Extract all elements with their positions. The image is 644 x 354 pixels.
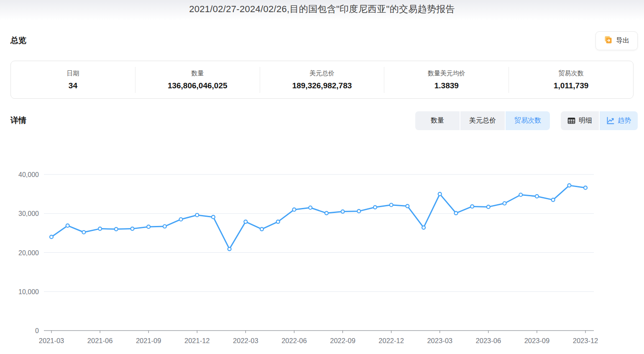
x-axis-label: 2023-09 (524, 337, 550, 344)
x-axis-label: 2023-12 (573, 337, 598, 344)
trend-series-line (51, 185, 585, 249)
data-point (438, 192, 442, 196)
data-point (454, 211, 457, 215)
x-axis-label: 2021-06 (87, 337, 113, 344)
stat-avg-usd-price: 数量美元均价 1.3839 (384, 69, 509, 90)
y-axis-label: 40,000 (18, 171, 39, 178)
stat-value: 1,011,739 (509, 81, 633, 90)
tab-label: 明细 (579, 116, 592, 125)
stat-quantity: 数量 136,806,046,025 (135, 69, 260, 90)
data-point (584, 186, 587, 190)
stat-date: 日期 34 (11, 69, 135, 90)
x-axis-label: 2022-09 (330, 337, 355, 344)
data-point (325, 211, 328, 215)
data-point (228, 247, 231, 251)
stat-value: 1.3839 (384, 81, 509, 90)
data-point (406, 205, 409, 208)
stat-label: 美元总价 (260, 69, 384, 77)
data-point (309, 206, 312, 209)
trend-line-icon (606, 117, 614, 125)
stat-label: 数量美元均价 (384, 69, 509, 77)
export-icon (604, 36, 612, 46)
data-point (519, 193, 522, 196)
table-icon (567, 117, 575, 125)
data-point (66, 224, 69, 227)
data-point (147, 225, 150, 228)
overview-heading: 总览 (10, 35, 26, 46)
tab-label: 贸易次数 (514, 116, 541, 125)
data-point (276, 220, 280, 223)
detail-header-row: 详情 数量 美元总价 贸易次数 (10, 110, 638, 131)
stat-label: 日期 (11, 69, 135, 77)
view-tab-group: 明细 趋势 (561, 111, 638, 130)
stat-value: 34 (11, 81, 135, 90)
stat-usd-total: 美元总价 189,326,982,783 (260, 69, 384, 90)
detail-heading: 详情 (10, 115, 26, 126)
data-point (244, 220, 247, 223)
data-point (130, 227, 134, 231)
data-point (195, 213, 199, 217)
detail-tab-groups: 数量 美元总价 贸易次数 (415, 111, 638, 130)
data-point (98, 227, 102, 231)
trade-trend-report-page: 2021/02/27-2024/02/26,目的国包含"印度尼西亚"的交易趋势报… (0, 0, 644, 354)
tab-trade-count[interactable]: 贸易次数 (506, 111, 550, 130)
tab-label: 趋势 (618, 116, 631, 125)
stat-label: 数量 (135, 69, 260, 77)
data-point (390, 203, 393, 207)
data-point (260, 228, 263, 231)
y-axis-label: 20,000 (18, 249, 39, 257)
data-point (163, 225, 166, 228)
data-point (292, 208, 296, 211)
data-point (567, 184, 571, 187)
export-button-label: 导出 (616, 36, 629, 45)
data-point (179, 218, 183, 221)
x-axis-label: 2021-12 (184, 337, 210, 344)
trend-chart[interactable]: 010,00020,00030,00040,0002021-032021-062… (0, 161, 644, 354)
data-point (470, 205, 474, 208)
x-axis-label: 2022-12 (378, 337, 404, 344)
data-point (357, 210, 360, 213)
data-point (212, 215, 215, 219)
tab-label: 美元总价 (469, 116, 496, 125)
y-axis-label: 30,000 (18, 210, 39, 217)
stat-label: 贸易次数 (509, 69, 633, 77)
tab-detail-list[interactable]: 明细 (561, 111, 599, 130)
page-title: 2021/02/27-2024/02/26,目的国包含"印度尼西亚"的交易趋势报… (0, 3, 644, 15)
export-button[interactable]: 导出 (595, 31, 638, 50)
x-axis-label: 2022-06 (281, 337, 307, 344)
tab-trend[interactable]: 趋势 (600, 111, 638, 130)
x-axis-label: 2023-03 (427, 337, 452, 344)
data-point (50, 235, 53, 239)
x-axis-label: 2023-06 (476, 337, 501, 344)
overview-header-row: 总览 导出 (10, 31, 638, 51)
stat-value: 189,326,982,783 (260, 81, 384, 90)
y-axis-label: 0 (35, 327, 39, 334)
data-point (82, 231, 85, 234)
data-point (487, 205, 490, 208)
tab-quantity[interactable]: 数量 (415, 111, 460, 130)
data-point (535, 195, 539, 198)
data-point (422, 226, 425, 229)
data-point (373, 205, 377, 209)
y-axis-label: 10,000 (18, 288, 39, 295)
x-axis-label: 2021-03 (39, 337, 64, 344)
stat-trade-count: 贸易次数 1,011,739 (509, 69, 633, 90)
trend-chart-svg[interactable]: 010,00020,00030,00040,0002021-032021-062… (0, 161, 644, 354)
data-point (552, 198, 555, 202)
data-point (503, 202, 506, 205)
x-axis-label: 2022-03 (233, 337, 258, 344)
data-point (115, 228, 118, 231)
overview-stats-card: 日期 34 数量 136,806,046,025 美元总价 189,326,98… (10, 61, 634, 99)
tab-usd-total[interactable]: 美元总价 (460, 111, 505, 130)
x-axis-label: 2021-09 (136, 337, 161, 344)
data-point (341, 210, 345, 213)
tab-label: 数量 (431, 116, 444, 125)
stat-value: 136,806,046,025 (135, 81, 260, 90)
metric-tab-group: 数量 美元总价 贸易次数 (415, 111, 550, 130)
